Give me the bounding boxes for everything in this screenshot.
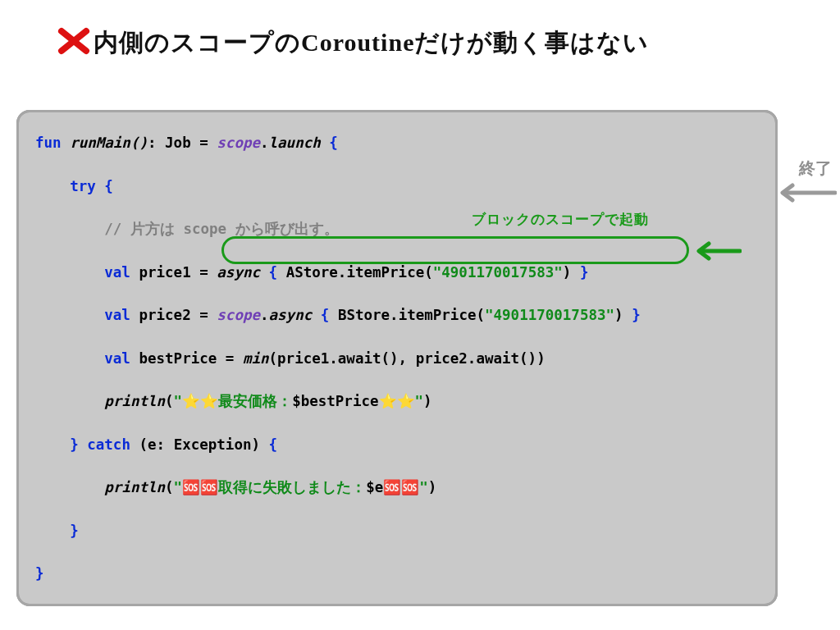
quote: " bbox=[174, 479, 183, 495]
ident-scope: scope bbox=[217, 135, 260, 151]
string-literal: "4901170017583" bbox=[485, 307, 614, 323]
brace: } bbox=[632, 307, 641, 323]
dot: . bbox=[260, 307, 269, 323]
var-price1: price1 bbox=[139, 264, 190, 281]
call: AStore.itemPrice( bbox=[286, 264, 433, 281]
interp: $e bbox=[366, 479, 383, 495]
fn-async: async bbox=[217, 264, 260, 281]
slide: 内側のスコープのCoroutineだけが動く事はない 終了 fun runMai… bbox=[0, 0, 840, 630]
slide-title: 内側のスコープのCoroutineだけが動く事はない bbox=[94, 26, 649, 60]
fn-async: async bbox=[269, 307, 313, 323]
kw-val: val bbox=[104, 307, 130, 323]
code-block: fun runMain(): Job = scope.launch { try … bbox=[35, 132, 759, 584]
arrow-green-icon bbox=[692, 241, 742, 261]
annotation-label: ブロックのスコープで起動 bbox=[472, 210, 649, 229]
fn-launch: launch bbox=[269, 135, 321, 151]
var-price2: price2 bbox=[139, 307, 190, 323]
brace: { bbox=[269, 436, 278, 453]
ident-scope: scope bbox=[217, 307, 260, 323]
comment: // 片方は scope から呼び出す。 bbox=[104, 221, 338, 237]
type-job: Job bbox=[165, 135, 191, 151]
fn-println: println bbox=[104, 393, 165, 409]
open: ( bbox=[165, 479, 174, 495]
title-row: 内側のスコープのCoroutineだけが動く事はない bbox=[0, 25, 840, 61]
eq: = bbox=[226, 350, 235, 367]
fn-println: println bbox=[104, 479, 165, 495]
close-paren: ) bbox=[563, 264, 572, 281]
kw-fun: fun bbox=[35, 135, 62, 151]
quote: " bbox=[174, 393, 183, 409]
eq: = bbox=[199, 264, 208, 281]
str-text: 取得に失敗しました： bbox=[218, 479, 366, 495]
code-container: fun runMain(): Job = scope.launch { try … bbox=[16, 110, 778, 606]
str-text: 最安価格： bbox=[218, 393, 292, 409]
kw-catch: catch bbox=[87, 436, 130, 453]
brace: { bbox=[329, 135, 338, 151]
star-icon: ⭐⭐ bbox=[379, 393, 415, 409]
fn-name: runMain() bbox=[70, 135, 148, 151]
min-args: (price1.await(), price2.await()) bbox=[269, 350, 546, 367]
dot: . bbox=[260, 135, 269, 151]
sos-icon: 🆘🆘 bbox=[182, 479, 218, 495]
open: ( bbox=[165, 393, 174, 409]
eq: = bbox=[199, 307, 208, 323]
kw-val: val bbox=[104, 350, 130, 367]
sos-icon: 🆘🆘 bbox=[383, 479, 419, 495]
string-literal: "4901170017583" bbox=[433, 264, 563, 281]
brace: } bbox=[580, 264, 589, 281]
star-icon: ⭐⭐ bbox=[182, 393, 218, 409]
var-best: bestPrice bbox=[139, 350, 217, 367]
brace: } bbox=[70, 523, 79, 539]
cross-icon bbox=[57, 25, 94, 61]
brace: { bbox=[269, 264, 278, 281]
close: ) bbox=[423, 393, 432, 409]
code-box: fun runMain(): Job = scope.launch { try … bbox=[16, 110, 778, 606]
call: BStore.itemPrice( bbox=[338, 307, 485, 323]
quote: " bbox=[415, 393, 424, 409]
brace: { bbox=[104, 178, 113, 194]
close: ) bbox=[428, 479, 437, 495]
brace: { bbox=[321, 307, 330, 323]
side-note: 終了 bbox=[799, 158, 832, 180]
kw-try: try bbox=[70, 178, 96, 194]
close-paren: ) bbox=[614, 307, 623, 323]
brace: } bbox=[70, 436, 79, 453]
fn-min: min bbox=[243, 350, 269, 367]
kw-val: val bbox=[104, 264, 130, 281]
interp: $bestPrice bbox=[292, 393, 378, 409]
brace: } bbox=[35, 565, 44, 582]
quote: " bbox=[419, 479, 428, 495]
arrow-gray-icon bbox=[773, 182, 837, 203]
catch-args: (e: Exception) bbox=[139, 436, 260, 453]
eq: = bbox=[199, 135, 208, 151]
